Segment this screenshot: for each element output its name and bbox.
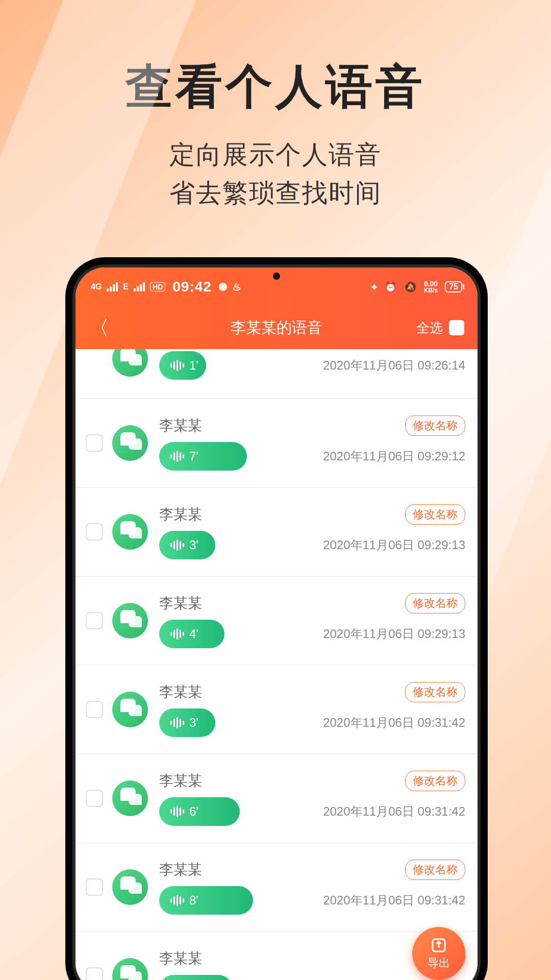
waveform-icon — [170, 628, 184, 640]
voice-item[interactable]: 李某某修改名称4'2020年11月06日 09:29:13 — [76, 577, 478, 665]
item-checkbox[interactable] — [86, 612, 103, 629]
voice-list[interactable]: 1'2020年11月06日 09:26:14李某某修改名称7'2020年11月0… — [76, 349, 478, 980]
contact-name: 李某某 — [159, 416, 202, 435]
network-e-label: E — [123, 282, 129, 291]
duration: 1' — [189, 358, 198, 373]
wechat-avatar-icon — [112, 514, 148, 550]
voice-bubble[interactable]: 5' — [159, 975, 233, 980]
edit-name-button[interactable]: 修改名称 — [405, 415, 465, 436]
waveform-icon — [170, 806, 184, 817]
phone-screen: 4G E HD 09:42 ♨ ⌖ ⏰ 🔕 0.00 KB/s — [76, 267, 478, 980]
promo-sub-line1: 定向展示个人语音 — [0, 136, 551, 174]
waveform-icon — [170, 895, 184, 906]
battery-icon: 75 — [445, 281, 462, 292]
duration: 8' — [189, 893, 198, 908]
network-speed: 0.00 KB/s — [424, 280, 438, 293]
timestamp: 2020年11月06日 09:29:13 — [323, 537, 465, 553]
contact-name: 李某某 — [159, 771, 202, 791]
wechat-avatar-icon — [112, 603, 148, 639]
select-all-checkbox[interactable] — [449, 320, 464, 335]
wechat-avatar-icon — [112, 692, 148, 727]
network-4g-label: 4G — [91, 282, 102, 291]
voice-item[interactable]: 李某某修改名称3'2020年11月06日 09:31:42 — [76, 666, 478, 753]
promo-subtitle: 定向展示个人语音 省去繁琐查找时间 — [0, 136, 551, 212]
app-header: 〈 李某某的语音 全选 — [76, 306, 478, 349]
camera-notch — [273, 273, 280, 280]
duration: 7' — [189, 449, 198, 463]
voice-bubble[interactable]: 8' — [159, 886, 253, 915]
item-checkbox[interactable] — [86, 523, 103, 541]
voice-bubble[interactable]: 1' — [159, 351, 206, 380]
wechat-avatar-icon — [112, 349, 148, 377]
signal-icon-2 — [134, 282, 145, 291]
edit-name-button[interactable]: 修改名称 — [405, 504, 465, 525]
edit-name-button[interactable]: 修改名称 — [405, 593, 465, 614]
wechat-avatar-icon — [112, 958, 148, 980]
contact-name: 李某某 — [159, 594, 202, 613]
wechat-avatar-icon — [112, 869, 148, 905]
voice-item[interactable]: 李某某修改名称7'2020年11月06日 09:29:12 — [76, 399, 478, 487]
duration: 6' — [189, 804, 198, 819]
flame-icon: ♨ — [232, 281, 241, 293]
clock: 09:42 — [172, 279, 212, 295]
waveform-icon — [170, 451, 184, 462]
item-checkbox[interactable] — [86, 790, 103, 807]
waveform-icon — [170, 540, 184, 551]
item-checkbox[interactable] — [86, 434, 103, 452]
voice-item[interactable]: 1'2020年11月06日 09:26:14 — [76, 349, 478, 398]
select-all-label: 全选 — [416, 319, 443, 337]
contact-name: 李某某 — [159, 860, 202, 879]
select-all-button[interactable]: 全选 — [416, 319, 464, 337]
timestamp: 2020年11月06日 09:31:42 — [323, 715, 465, 731]
voice-item[interactable]: 李某某修改名称6'2020年11月06日 09:31:42 — [76, 754, 478, 842]
voice-item[interactable]: 李某某修改名称3'2020年11月06日 09:29:13 — [76, 488, 478, 576]
item-checkbox[interactable] — [86, 967, 103, 980]
edit-name-button[interactable]: 修改名称 — [405, 682, 465, 702]
mute-icon: 🔕 — [404, 281, 417, 293]
voice-bubble[interactable]: 3' — [159, 531, 215, 559]
message-dot-icon — [219, 283, 227, 291]
contact-name: 李某某 — [159, 505, 202, 524]
signal-icon — [107, 282, 118, 291]
edit-name-button[interactable]: 修改名称 — [405, 771, 465, 791]
item-checkbox[interactable] — [86, 878, 103, 896]
edit-name-button[interactable]: 修改名称 — [405, 860, 465, 880]
waveform-icon — [170, 717, 184, 728]
waveform-icon — [170, 360, 184, 371]
export-fab[interactable]: 导出 — [412, 927, 465, 980]
voice-item[interactable]: 李某某修改名称8'2020年11月06日 09:31:42 — [76, 843, 478, 931]
hd-badge: HD — [150, 282, 165, 291]
item-checkbox[interactable] — [86, 701, 103, 718]
kb-unit: KB/s — [424, 287, 438, 293]
voice-bubble[interactable]: 3' — [159, 708, 215, 737]
voice-bubble[interactable]: 7' — [159, 442, 247, 471]
phone-frame: 4G E HD 09:42 ♨ ⌖ ⏰ 🔕 0.00 KB/s — [65, 257, 488, 980]
contact-name: 李某某 — [159, 949, 202, 968]
voice-bubble[interactable]: 6' — [159, 797, 240, 826]
wechat-avatar-icon — [112, 780, 148, 816]
export-icon — [430, 936, 448, 954]
promo-title: 查看个人语音 — [0, 0, 551, 118]
back-button[interactable]: 〈 — [89, 314, 109, 342]
page-title: 李某某的语音 — [231, 317, 322, 338]
contact-name: 李某某 — [159, 682, 202, 702]
alarm-icon: ⏰ — [384, 281, 397, 293]
export-label: 导出 — [428, 955, 450, 971]
timestamp: 2020年11月06日 09:29:13 — [323, 626, 465, 642]
kb-value: 0.00 — [424, 280, 438, 287]
duration: 4' — [189, 627, 198, 641]
timestamp: 2020年11月06日 09:31:42 — [323, 892, 465, 909]
timestamp: 2020年11月06日 09:26:14 — [323, 357, 465, 374]
voice-bubble[interactable]: 4' — [159, 620, 224, 648]
duration: 3' — [189, 716, 198, 730]
bluetooth-icon: ⌖ — [371, 281, 377, 293]
duration: 3' — [189, 538, 198, 552]
timestamp: 2020年11月06日 09:31:42 — [323, 803, 465, 820]
wechat-avatar-icon — [112, 425, 148, 461]
timestamp: 2020年11月06日 09:29:12 — [323, 448, 465, 464]
promo-sub-line2: 省去繁琐查找时间 — [0, 174, 551, 212]
